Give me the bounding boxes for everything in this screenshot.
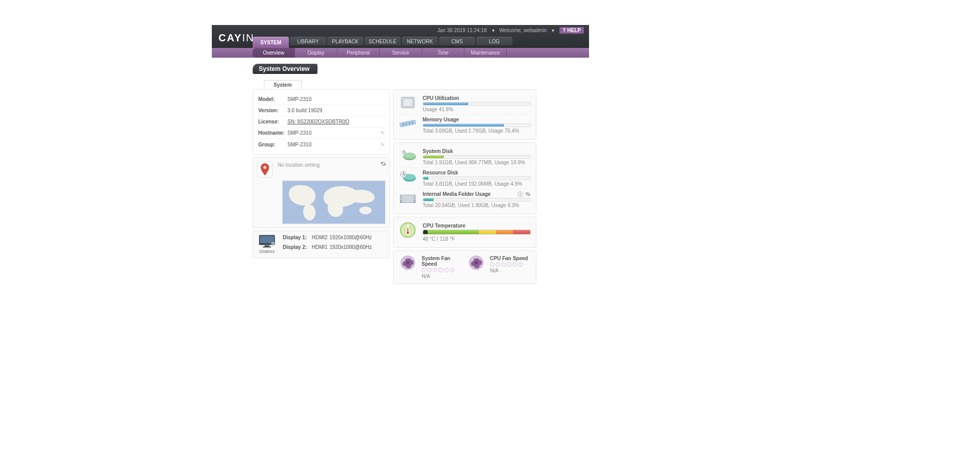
edit-icon[interactable]: ✎ [380, 142, 384, 147]
gear-icon[interactable] [525, 191, 531, 197]
group-value: SMP-2310 [287, 142, 311, 147]
tab-schedule[interactable]: SCHEDULE [364, 37, 401, 45]
welcome-text: Welcome, webadmin [500, 28, 547, 33]
cpu-bar [423, 102, 531, 106]
subnav-time[interactable]: Time [422, 48, 464, 58]
memory-icon [399, 117, 417, 131]
subnav-peripheral[interactable]: Peripheral [337, 48, 380, 58]
model-label: Model: [258, 96, 287, 102]
resource-disk-icon [399, 170, 417, 184]
sysfan-sub: N/A [422, 273, 462, 279]
system-disk-title: System Disk [423, 148, 531, 154]
svg-rect-23 [401, 196, 402, 197]
tab-playback[interactable]: PLAYBACK [327, 37, 363, 45]
display2-res: 1920x1080@60Hz [330, 244, 372, 250]
hostname-value: SMP-2310 [287, 130, 311, 136]
cpufan-title: CPU Fan Speed [490, 256, 531, 261]
disk-panel: System Disk Total 1.91GB, Used 368.77MB,… [393, 142, 536, 214]
display2-label: Display 2: [283, 244, 310, 250]
datetime: Jan 30 2019 11:24:18 [437, 28, 487, 33]
system-info-panel: Model: SMP-2310 Version: 3.0 build 19029… [253, 89, 390, 155]
media-folder-icon [399, 191, 417, 206]
cpu-mem-panel: CPU Utilization Usage 41.8% Memory Usage [393, 89, 536, 140]
page-title: System Overview [253, 64, 317, 74]
location-pin-icon [257, 161, 273, 178]
media-sub: Total 20.54GB, Used 1.90GB, Usage 9.3% [423, 202, 531, 208]
svg-rect-27 [414, 197, 415, 198]
svg-point-0 [263, 166, 266, 169]
svg-point-15 [404, 153, 416, 159]
memory-title: Memory Usage [423, 117, 531, 122]
version-value: 3.0 build 19029 [287, 108, 322, 113]
temp-bar [423, 230, 531, 235]
display2-port: HDMI1 [312, 244, 328, 250]
group-label: Group: [258, 142, 287, 147]
subnav-maintenance[interactable]: Maintenance [464, 48, 507, 58]
version-label: Version: [258, 108, 287, 113]
system-disk-icon [399, 148, 417, 163]
subnav-overview[interactable]: Overview [253, 48, 295, 58]
system-disk-sub: Total 1.91GB, Used 368.77MB, Usage 18.9% [423, 160, 531, 165]
brand-logo: CAYIN [218, 32, 254, 44]
subnav-display[interactable]: Display [295, 48, 337, 58]
display1-res: 1920x1080@60Hz [330, 235, 372, 240]
cpu-icon [399, 95, 417, 110]
svg-rect-25 [401, 199, 402, 200]
resource-disk-bar [423, 176, 531, 180]
cpu-fan-icon [467, 256, 485, 270]
cpufan-dots [490, 262, 531, 267]
svg-rect-9 [400, 120, 416, 127]
temp-sub: 48 °C / 118 °F [423, 236, 531, 242]
world-map [282, 181, 385, 224]
svg-rect-26 [414, 196, 415, 197]
svg-text:�в: �в [271, 242, 275, 245]
dropdown-icon[interactable]: ▾ [492, 28, 495, 33]
tab-log[interactable]: LOG [476, 37, 512, 45]
hostname-label: Hostname: [258, 130, 287, 136]
tab-network[interactable]: NETWORK [402, 37, 438, 45]
temperature-icon [399, 223, 417, 237]
media-bar [423, 198, 531, 201]
display1-port: HDMI2 [312, 235, 328, 240]
temp-title: CPU Temperature [423, 223, 531, 229]
model-value: SMP-2310 [287, 96, 311, 102]
help-button[interactable]: ? HELP [559, 27, 584, 34]
display-panel: �в Distinct Display 1: HDMI2 1920x1080@6… [253, 231, 390, 258]
display-mode-label: Distinct [259, 249, 275, 254]
location-panel: No location setting. [253, 157, 390, 228]
memory-sub: Total 3.68GB, Used 2.78GB, Usage 75.4% [423, 128, 531, 134]
resource-disk-sub: Total 3.81GB, Used 192.06MB, Usage 4.9% [423, 181, 531, 187]
display1-label: Display 1: [283, 235, 310, 240]
tab-system[interactable]: SYSTEM [253, 37, 289, 48]
cpu-title: CPU Utilization [423, 95, 531, 101]
svg-rect-35 [407, 228, 408, 233]
system-disk-bar [423, 155, 531, 159]
topbar: CAYIN Jan 30 2019 11:24:18 ▾ Welcome, we… [212, 25, 589, 48]
monitor-icon: �в [258, 235, 276, 248]
sysfan-title: System Fan Speed [422, 256, 462, 267]
svg-rect-24 [401, 197, 402, 198]
sub-nav: Overview Display Peripheral Service Time… [212, 48, 589, 58]
license-label: License: [258, 119, 287, 124]
license-link[interactable]: SN: 8S22002OXSDBTR0O [287, 119, 349, 124]
subtab-system[interactable]: System [264, 80, 302, 89]
subnav-service[interactable]: Service [380, 48, 422, 58]
memory-bar [423, 123, 531, 127]
cpufan-sub: N/A [490, 268, 531, 273]
edit-icon[interactable]: ✎ [380, 130, 384, 136]
tab-library[interactable]: LIBRARY [290, 37, 326, 45]
tab-cms[interactable]: CMS [439, 37, 475, 45]
temperature-panel: CPU Temperature 48 °C / 118 °F [393, 217, 536, 248]
sysfan-dots [422, 268, 462, 272]
info-icon[interactable]: i [518, 191, 523, 197]
location-none-text: No location setting. [278, 162, 321, 168]
svg-point-37 [406, 261, 409, 264]
gear-icon[interactable] [380, 161, 386, 167]
help-icon: ? [562, 28, 566, 33]
dropdown-icon[interactable]: ▾ [552, 28, 554, 33]
svg-rect-28 [414, 199, 415, 200]
cpu-sub: Usage 41.8% [423, 107, 531, 112]
svg-rect-20 [401, 195, 414, 202]
media-title: Internal Media Folder Usage [423, 191, 491, 197]
svg-text:i: i [520, 192, 521, 196]
